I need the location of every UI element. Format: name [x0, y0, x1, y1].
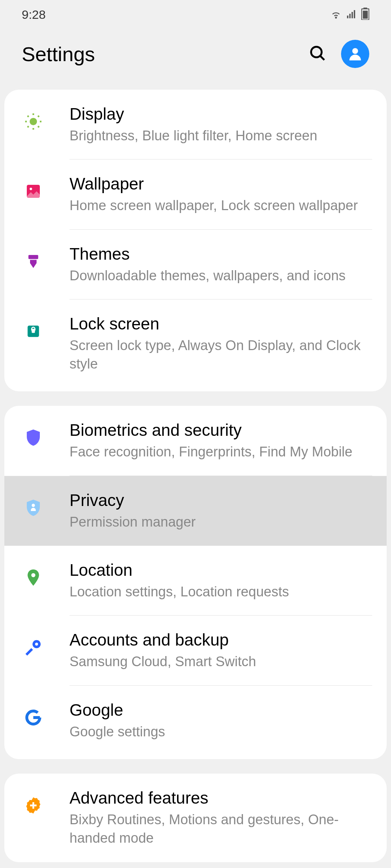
svg-rect-29 — [25, 648, 33, 656]
item-title: Biometrics and security — [70, 420, 372, 440]
settings-item-lock-screen[interactable]: Lock screen Screen lock type, Always On … — [4, 299, 387, 392]
svg-rect-1 — [347, 16, 349, 18]
status-icons — [330, 8, 369, 21]
settings-item-google[interactable]: Google Google settings — [4, 686, 387, 759]
key-icon — [22, 637, 44, 658]
settings-group: Advanced features Bixby Routines, Motion… — [4, 774, 387, 862]
item-subtitle: Location settings, Location requests — [70, 583, 372, 601]
wifi-icon — [330, 8, 342, 21]
settings-item-privacy[interactable]: Privacy Permission manager — [4, 476, 387, 546]
page-title: Settings — [22, 42, 95, 66]
item-subtitle: Brightness, Blue light filter, Home scre… — [70, 127, 372, 145]
settings-group: Biometrics and security Face recognition… — [4, 406, 387, 759]
svg-rect-7 — [363, 11, 368, 19]
settings-item-advanced[interactable]: Advanced features Bixby Routines, Motion… — [4, 774, 387, 862]
item-subtitle: Home screen wallpaper, Lock screen wallp… — [70, 196, 372, 215]
settings-item-wallpaper[interactable]: Wallpaper Home screen wallpaper, Lock sc… — [4, 159, 387, 229]
themes-icon — [22, 251, 44, 272]
lock-icon — [22, 320, 44, 342]
svg-line-18 — [28, 126, 29, 127]
avatar[interactable] — [341, 40, 369, 68]
svg-line-14 — [28, 116, 29, 117]
settings-group: Display Brightness, Blue light filter, H… — [4, 90, 387, 391]
item-title: Google — [70, 700, 372, 720]
item-title: Lock screen — [70, 314, 372, 333]
brightness-icon — [22, 111, 44, 132]
item-title: Advanced features — [70, 788, 372, 808]
svg-line-19 — [38, 116, 39, 117]
google-icon — [22, 707, 44, 728]
status-time: 9:28 — [22, 8, 46, 22]
svg-point-11 — [30, 118, 37, 125]
svg-rect-2 — [349, 14, 351, 18]
item-subtitle: Samsung Cloud, Smart Switch — [70, 652, 372, 671]
svg-point-25 — [32, 504, 35, 507]
item-title: Location — [70, 560, 372, 580]
svg-point-10 — [352, 48, 358, 54]
item-subtitle: Bixby Routines, Motions and gestures, On… — [70, 810, 372, 848]
item-title: Privacy — [70, 490, 372, 510]
signal-icon — [346, 8, 357, 21]
settings-item-biometrics[interactable]: Biometrics and security Face recognition… — [4, 406, 387, 476]
svg-line-9 — [320, 56, 324, 60]
shield-icon — [22, 427, 44, 448]
svg-rect-3 — [352, 12, 353, 18]
gear-plus-icon — [22, 795, 44, 816]
svg-point-26 — [31, 573, 35, 577]
status-bar: 9:28 — [0, 0, 391, 29]
item-subtitle: Downloadable themes, wallpapers, and ico… — [70, 267, 372, 285]
settings-item-accounts[interactable]: Accounts and backup Samsung Cloud, Smart… — [4, 616, 387, 685]
svg-point-21 — [30, 188, 32, 190]
item-title: Wallpaper — [70, 174, 372, 193]
svg-point-28 — [35, 643, 38, 646]
item-subtitle: Screen lock type, Always On Display, and… — [70, 336, 372, 374]
item-subtitle: Face recognition, Fingerprints, Find My … — [70, 443, 372, 461]
search-icon[interactable] — [308, 44, 327, 64]
settings-item-display[interactable]: Display Brightness, Blue light filter, H… — [4, 90, 387, 159]
item-subtitle: Google settings — [70, 723, 372, 741]
svg-point-0 — [336, 17, 337, 18]
header: Settings — [0, 29, 391, 90]
svg-rect-4 — [354, 10, 355, 18]
settings-item-themes[interactable]: Themes Downloadable themes, wallpapers, … — [4, 230, 387, 299]
item-title: Themes — [70, 244, 372, 264]
item-title: Display — [70, 104, 372, 124]
wallpaper-icon — [22, 180, 44, 202]
header-actions — [308, 40, 369, 68]
item-title: Accounts and backup — [70, 630, 372, 650]
location-pin-icon — [22, 567, 44, 588]
settings-item-location[interactable]: Location Location settings, Location req… — [4, 546, 387, 616]
item-subtitle: Permission manager — [70, 513, 372, 531]
svg-line-15 — [38, 126, 39, 127]
privacy-shield-icon — [22, 497, 44, 519]
battery-icon — [361, 8, 369, 21]
svg-point-8 — [311, 47, 321, 57]
svg-rect-22 — [29, 255, 38, 259]
